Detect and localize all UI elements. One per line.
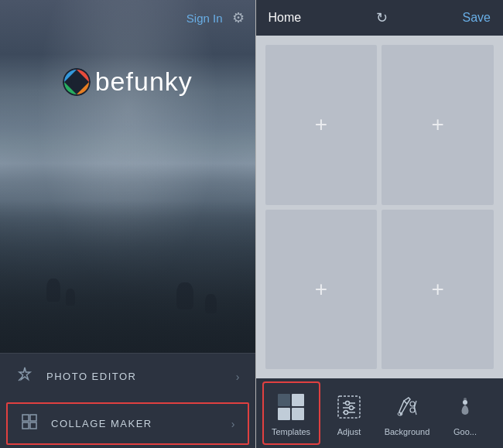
more-icon bbox=[448, 390, 482, 424]
right-panel: Home ↻ Save + + + + bbox=[256, 0, 504, 448]
collage-grid-icon bbox=[20, 413, 39, 434]
toolbar-item-templates[interactable]: Templates bbox=[262, 381, 320, 445]
canvas-cell-2[interactable]: + bbox=[382, 45, 494, 205]
rock-decoration bbox=[205, 294, 217, 313]
svg-point-9 bbox=[346, 402, 350, 405]
rock-decoration bbox=[46, 279, 60, 302]
background-label: Background bbox=[385, 427, 430, 436]
more-label: Goo... bbox=[453, 427, 477, 436]
gear-icon[interactable]: ⚙ bbox=[232, 9, 245, 26]
top-bar: Sign In ⚙ bbox=[0, 0, 255, 36]
star-icon bbox=[15, 366, 34, 387]
canvas-cell-1[interactable]: + bbox=[265, 45, 378, 205]
svg-point-13 bbox=[344, 411, 348, 415]
canvas-area: + + + + bbox=[256, 36, 504, 378]
logo: befunky bbox=[63, 67, 193, 97]
menu-area: PHOTO EDITOR › COLLAGE MAKER › bbox=[0, 353, 255, 448]
adjust-icon bbox=[332, 390, 366, 424]
svg-rect-6 bbox=[30, 422, 36, 429]
bottom-toolbar: Templates Adjust bbox=[256, 378, 504, 448]
templates-label: Templates bbox=[272, 427, 310, 436]
chevron-right-icon: › bbox=[231, 418, 235, 430]
svg-point-20 bbox=[464, 398, 467, 401]
menu-item-photo-editor[interactable]: PHOTO EDITOR › bbox=[0, 353, 255, 399]
canvas-cell-3[interactable]: + bbox=[265, 210, 378, 370]
add-photo-icon: + bbox=[315, 279, 327, 300]
collage-maker-label: COLLAGE MAKER bbox=[51, 418, 152, 429]
add-photo-icon: + bbox=[431, 114, 443, 135]
adjust-label: Adjust bbox=[337, 427, 361, 436]
toolbar-item-more[interactable]: Goo... bbox=[436, 381, 494, 445]
svg-point-1 bbox=[71, 77, 82, 87]
add-photo-icon: + bbox=[315, 114, 327, 135]
toolbar-item-background[interactable]: Background bbox=[378, 381, 436, 445]
refresh-icon[interactable]: ↻ bbox=[376, 9, 388, 26]
home-label: Home bbox=[269, 11, 302, 25]
top-nav: Home ↻ Save bbox=[256, 0, 504, 36]
rock-decoration bbox=[66, 289, 75, 306]
logo-area: befunky bbox=[0, 67, 255, 97]
photo-editor-label: PHOTO EDITOR bbox=[46, 371, 136, 382]
svg-rect-3 bbox=[22, 415, 29, 421]
menu-item-collage-maker[interactable]: COLLAGE MAKER › bbox=[6, 402, 249, 445]
chevron-right-icon: › bbox=[236, 371, 240, 383]
save-button[interactable]: Save bbox=[463, 11, 491, 25]
left-panel: Sign In ⚙ befunky bbox=[0, 0, 255, 448]
svg-rect-5 bbox=[22, 422, 29, 429]
canvas-cell-4[interactable]: + bbox=[382, 210, 494, 370]
logo-icon bbox=[63, 68, 91, 96]
add-photo-icon: + bbox=[431, 279, 443, 300]
svg-rect-4 bbox=[30, 415, 36, 421]
hero-image bbox=[0, 0, 255, 364]
rock-decoration bbox=[176, 282, 193, 309]
templates-icon bbox=[274, 390, 308, 424]
sign-in-button[interactable]: Sign In bbox=[186, 12, 223, 25]
background-icon bbox=[390, 390, 424, 424]
svg-point-11 bbox=[350, 406, 354, 410]
toolbar-item-adjust[interactable]: Adjust bbox=[320, 381, 378, 445]
